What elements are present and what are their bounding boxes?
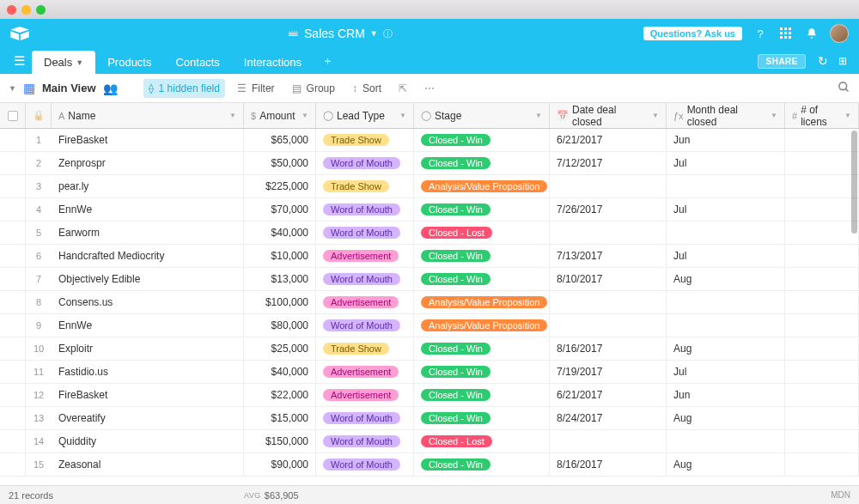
table-row[interactable]: 9EnnWe$80,000Word of MouthAnalysis/Value…	[0, 314, 859, 337]
cell-lead_type[interactable]: Advertisement	[316, 384, 414, 406]
cell-month_closed[interactable]: Aug	[667, 453, 785, 476]
cell-month_closed[interactable]: Jul	[667, 152, 785, 174]
cell-licenses[interactable]	[785, 198, 859, 221]
cell-lead_type[interactable]: Trade Show	[316, 337, 414, 360]
cell-month_closed[interactable]: Jul	[667, 361, 785, 383]
cell-amount[interactable]: $80,000	[244, 314, 316, 337]
cell-lead_type[interactable]: Trade Show	[316, 175, 414, 197]
cell-month_closed[interactable]: Jun	[667, 129, 785, 151]
table-row[interactable]: 15Zeasonal$90,000Word of MouthClosed - W…	[0, 453, 859, 477]
cell-name[interactable]: Zenprospr	[52, 152, 244, 174]
cell-date_closed[interactable]	[550, 430, 667, 452]
cell-licenses[interactable]	[785, 314, 859, 337]
column-header-name[interactable]: AName▼	[52, 103, 244, 128]
cell-name[interactable]: Quiddity	[52, 430, 244, 452]
cell-lead_type[interactable]: Advertisement	[316, 291, 414, 313]
cell-licenses[interactable]	[785, 361, 859, 383]
cell-lead_type[interactable]: Word of Mouth	[316, 453, 414, 476]
cell-name[interactable]: FireBasket	[52, 129, 244, 151]
cell-name[interactable]: Fastidio.us	[52, 361, 244, 383]
cell-name[interactable]: FireBasket	[52, 384, 244, 406]
cell-month_closed[interactable]: Aug	[667, 337, 785, 360]
cell-stage[interactable]: Closed - Win	[414, 198, 550, 221]
cell-date_closed[interactable]	[550, 222, 667, 244]
history-icon[interactable]: ↻	[813, 54, 833, 68]
row-checkbox[interactable]	[0, 384, 26, 406]
row-checkbox[interactable]	[0, 314, 26, 337]
cell-name[interactable]: EnnWe	[52, 198, 244, 221]
cell-date_closed[interactable]: 8/16/2017	[550, 453, 667, 476]
cell-amount[interactable]: $13,000	[244, 268, 316, 290]
cell-licenses[interactable]	[785, 245, 859, 267]
column-dropdown-icon[interactable]: ▼	[229, 112, 236, 119]
minimize-window-button[interactable]	[21, 5, 31, 15]
row-checkbox[interactable]	[0, 430, 26, 452]
cell-licenses[interactable]	[785, 430, 859, 452]
cell-stage[interactable]: Closed - Win	[414, 129, 550, 151]
cell-date_closed[interactable]	[550, 291, 667, 313]
table-row[interactable]: 13Overeatify$15,000Word of MouthClosed -…	[0, 407, 859, 430]
cell-lead_type[interactable]: Word of Mouth	[316, 152, 414, 174]
cell-date_closed[interactable]: 7/26/2017	[550, 198, 667, 221]
row-checkbox[interactable]	[0, 198, 26, 221]
row-checkbox[interactable]	[0, 268, 26, 290]
cell-stage[interactable]: Analysis/Value Proposition	[414, 291, 550, 313]
cell-stage[interactable]: Closed - Win	[414, 384, 550, 406]
cell-amount[interactable]: $40,000	[244, 222, 316, 244]
cell-licenses[interactable]	[785, 175, 859, 197]
column-dropdown-icon[interactable]: ▼	[302, 112, 308, 119]
base-title[interactable]: Sales CRM	[304, 27, 365, 40]
table-row[interactable]: 2Zenprospr$50,000Word of MouthClosed - W…	[0, 152, 859, 175]
view-name[interactable]: Main View	[42, 82, 96, 94]
cell-amount[interactable]: $100,000	[244, 291, 316, 313]
hidden-fields-button[interactable]: ⟠ 1 hidden field	[143, 79, 225, 98]
vertical-scrollbar[interactable]	[851, 131, 857, 234]
cell-licenses[interactable]	[785, 453, 859, 476]
questions-button[interactable]: Questions? Ask us	[643, 27, 742, 40]
column-header-amount[interactable]: $Amount▼	[244, 103, 316, 128]
cell-lead_type[interactable]: Advertisement	[316, 245, 414, 267]
cell-lead_type[interactable]: Word of Mouth	[316, 268, 414, 290]
share-button[interactable]: SHARE	[758, 54, 806, 69]
cell-lead_type[interactable]: Word of Mouth	[316, 430, 414, 452]
cell-amount[interactable]: $15,000	[244, 407, 316, 429]
cell-stage[interactable]: Closed - Lost	[414, 222, 550, 244]
cell-name[interactable]: Earworm	[52, 222, 244, 244]
table-row[interactable]: 7Objectively Edible$13,000Word of MouthC…	[0, 268, 859, 291]
column-dropdown-icon[interactable]: ▼	[535, 112, 542, 119]
cell-name[interactable]: Exploitr	[52, 337, 244, 360]
zoom-window-button[interactable]	[36, 5, 46, 15]
cell-lead_type[interactable]: Word of Mouth	[316, 407, 414, 429]
more-icon[interactable]: ⋯	[419, 79, 440, 98]
cell-lead_type[interactable]: Trade Show	[316, 129, 414, 151]
cell-licenses[interactable]	[785, 384, 859, 406]
notifications-icon[interactable]	[804, 26, 819, 41]
cell-stage[interactable]: Closed - Win	[414, 361, 550, 383]
cell-stage[interactable]: Closed - Win	[414, 453, 550, 476]
table-tab-interactions[interactable]: Interactions	[232, 51, 314, 74]
table-tab-deals[interactable]: Deals▼	[32, 51, 95, 74]
cell-date_closed[interactable]: 6/21/2017	[550, 384, 667, 406]
row-checkbox[interactable]	[0, 291, 26, 313]
cell-stage[interactable]: Closed - Lost	[414, 430, 550, 452]
column-header-lead_type[interactable]: ◯Lead Type▼	[316, 103, 414, 128]
group-button[interactable]: ▤ Group	[287, 79, 340, 98]
cell-date_closed[interactable]: 7/12/2017	[550, 152, 667, 174]
cell-licenses[interactable]	[785, 337, 859, 360]
table-row[interactable]: 12FireBasket$22,000AdvertisementClosed -…	[0, 384, 859, 407]
cell-amount[interactable]: $22,000	[244, 384, 316, 406]
cell-licenses[interactable]	[785, 268, 859, 290]
row-checkbox[interactable]	[0, 175, 26, 197]
cell-amount[interactable]: $25,000	[244, 337, 316, 360]
cell-month_closed[interactable]	[667, 222, 785, 244]
table-row[interactable]: 4EnnWe$70,000Word of MouthClosed - Win7/…	[0, 198, 859, 222]
cell-amount[interactable]: $225,000	[244, 175, 316, 197]
cell-lead_type[interactable]: Word of Mouth	[316, 198, 414, 221]
info-icon[interactable]: ⓘ	[383, 27, 393, 40]
table-row[interactable]: 8Consens.us$100,000AdvertisementAnalysis…	[0, 291, 859, 314]
table-row[interactable]: 3pear.ly$225,000Trade ShowAnalysis/Value…	[0, 175, 859, 198]
column-header-licenses[interactable]: ## of licens▼	[785, 103, 859, 128]
cell-month_closed[interactable]: Jun	[667, 384, 785, 406]
cell-stage[interactable]: Closed - Win	[414, 152, 550, 174]
help-icon[interactable]: ?	[752, 26, 768, 41]
